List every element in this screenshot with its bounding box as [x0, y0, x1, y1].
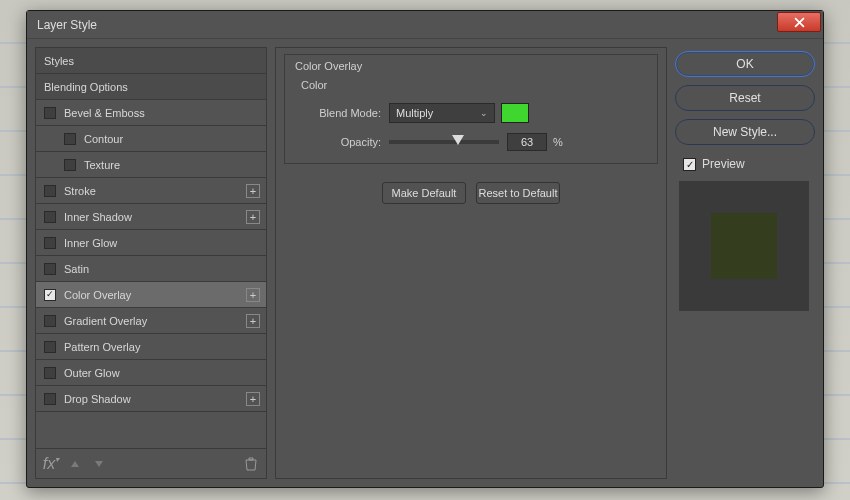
trash-icon[interactable] [244, 457, 258, 471]
style-row-texture[interactable]: Texture [36, 152, 266, 178]
style-row-label: Satin [64, 263, 89, 275]
style-checkbox[interactable] [44, 185, 56, 197]
style-checkbox[interactable] [64, 159, 76, 171]
add-effect-icon[interactable]: + [246, 210, 260, 224]
styles-header[interactable]: Styles [36, 48, 266, 74]
opacity-slider[interactable] [389, 140, 499, 144]
window-title: Layer Style [37, 18, 97, 32]
add-effect-icon[interactable]: + [246, 184, 260, 198]
blend-mode-row: Blend Mode: Multiply ⌄ [295, 103, 647, 123]
style-row-label: Pattern Overlay [64, 341, 140, 353]
style-row-label: Gradient Overlay [64, 315, 147, 327]
style-row-label: Stroke [64, 185, 96, 197]
chevron-down-icon: ⌄ [480, 108, 488, 118]
style-row-gradient-overlay[interactable]: Gradient Overlay+ [36, 308, 266, 334]
color-overlay-group: Color Overlay Color Blend Mode: Multiply… [284, 54, 658, 164]
move-down-icon[interactable] [92, 459, 106, 469]
style-checkbox[interactable] [44, 367, 56, 379]
add-effect-icon[interactable]: + [246, 288, 260, 302]
preview-box [679, 181, 809, 311]
style-row-label: Drop Shadow [64, 393, 131, 405]
style-row-satin[interactable]: Satin [36, 256, 266, 282]
opacity-unit: % [553, 136, 563, 148]
style-row-outer-glow[interactable]: Outer Glow [36, 360, 266, 386]
move-up-icon[interactable] [68, 459, 82, 469]
blend-mode-value: Multiply [396, 107, 433, 119]
style-row-label: Inner Shadow [64, 211, 132, 223]
right-panel: OK Reset New Style... ✓ Preview [675, 47, 815, 479]
blend-mode-select[interactable]: Multiply ⌄ [389, 103, 495, 123]
style-checkbox[interactable] [44, 237, 56, 249]
style-checkbox[interactable]: ✓ [44, 289, 56, 301]
style-row-stroke[interactable]: Stroke+ [36, 178, 266, 204]
titlebar[interactable]: Layer Style [27, 11, 823, 39]
style-checkbox[interactable] [44, 107, 56, 119]
style-checkbox[interactable] [44, 211, 56, 223]
dialog-body: Styles Blending Options Bevel & EmbossCo… [27, 39, 823, 487]
style-row-label: Texture [84, 159, 120, 171]
add-effect-icon[interactable]: + [246, 314, 260, 328]
opacity-label: Opacity: [295, 136, 381, 148]
style-row-pattern-overlay[interactable]: Pattern Overlay [36, 334, 266, 360]
style-row-bevel-emboss[interactable]: Bevel & Emboss [36, 100, 266, 126]
ok-button[interactable]: OK [675, 51, 815, 77]
preview-swatch [711, 213, 777, 279]
add-effect-icon[interactable]: + [246, 392, 260, 406]
default-buttons: Make Default Reset to Default [284, 182, 658, 204]
group-subtitle: Color [301, 79, 327, 91]
style-row-drop-shadow[interactable]: Drop Shadow+ [36, 386, 266, 412]
style-row-inner-glow[interactable]: Inner Glow [36, 230, 266, 256]
style-row-inner-shadow[interactable]: Inner Shadow+ [36, 204, 266, 230]
close-icon [794, 17, 805, 28]
new-style-button[interactable]: New Style... [675, 119, 815, 145]
style-row-contour[interactable]: Contour [36, 126, 266, 152]
blend-mode-label: Blend Mode: [295, 107, 381, 119]
style-row-label: Contour [84, 133, 123, 145]
opacity-row: Opacity: % [295, 133, 647, 151]
styles-spacer [36, 412, 266, 448]
preview-checkbox[interactable]: ✓ [683, 158, 696, 171]
style-checkbox[interactable] [44, 393, 56, 405]
close-button[interactable] [777, 12, 821, 32]
style-row-color-overlay[interactable]: ✓Color Overlay+ [36, 282, 266, 308]
style-row-label: Color Overlay [64, 289, 131, 301]
blending-options-row[interactable]: Blending Options [36, 74, 266, 100]
style-checkbox[interactable] [44, 263, 56, 275]
style-checkbox[interactable] [44, 315, 56, 327]
layer-style-dialog: Layer Style Styles Blending Options Beve… [26, 10, 824, 488]
styles-footer: fx▾ [36, 448, 266, 478]
style-checkbox[interactable] [44, 341, 56, 353]
preview-label: Preview [702, 157, 745, 171]
reset-button[interactable]: Reset [675, 85, 815, 111]
settings-panel: Color Overlay Color Blend Mode: Multiply… [275, 47, 667, 479]
style-row-label: Bevel & Emboss [64, 107, 145, 119]
group-title: Color Overlay [295, 60, 362, 72]
make-default-button[interactable]: Make Default [382, 182, 466, 204]
color-swatch[interactable] [501, 103, 529, 123]
opacity-slider-thumb[interactable] [452, 135, 464, 145]
opacity-input[interactable] [507, 133, 547, 151]
style-row-label: Inner Glow [64, 237, 117, 249]
style-checkbox[interactable] [64, 133, 76, 145]
reset-default-button[interactable]: Reset to Default [476, 182, 560, 204]
style-row-label: Outer Glow [64, 367, 120, 379]
fx-icon[interactable]: fx▾ [44, 455, 58, 473]
preview-toggle[interactable]: ✓ Preview [683, 157, 815, 171]
styles-panel: Styles Blending Options Bevel & EmbossCo… [35, 47, 267, 479]
